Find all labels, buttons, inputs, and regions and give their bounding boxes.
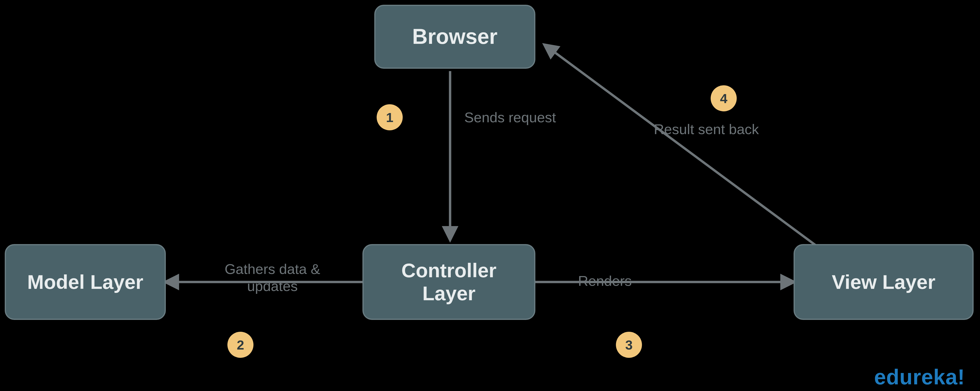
node-browser: Browser xyxy=(374,5,535,69)
edge-label-1: Sends request xyxy=(464,109,556,126)
brand-logo: edureka! xyxy=(874,365,965,389)
edge-label-4: Result sent back xyxy=(654,121,759,138)
mvc-flow-diagram: Browser Controller Layer Model Layer Vie… xyxy=(0,0,980,391)
step-badge-3: 3 xyxy=(616,332,642,358)
edge-label-2: Gathers data & updates xyxy=(206,261,339,295)
node-model-label: Model Layer xyxy=(27,271,143,294)
node-browser-label: Browser xyxy=(412,24,498,49)
node-view-label: View Layer xyxy=(832,271,935,294)
step-badge-4: 4 xyxy=(711,85,737,112)
step-badge-1: 1 xyxy=(377,104,403,130)
node-model: Model Layer xyxy=(5,244,166,320)
step-badge-2: 2 xyxy=(228,332,253,358)
arrow-view-to-browser xyxy=(545,45,817,246)
node-controller-label: Controller Layer xyxy=(373,259,525,305)
node-controller: Controller Layer xyxy=(363,244,535,320)
edge-label-3: Renders xyxy=(578,273,632,290)
node-view: View Layer xyxy=(794,244,974,320)
